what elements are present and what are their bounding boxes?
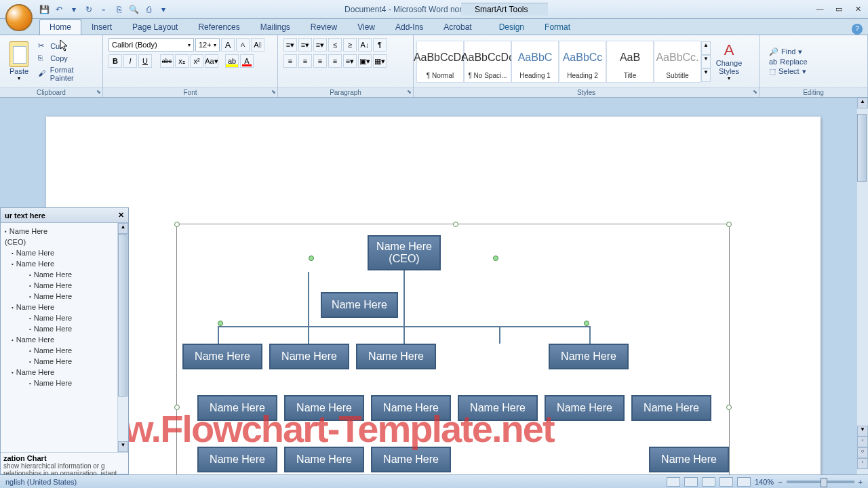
preview-icon[interactable]: 🔍	[127, 3, 140, 16]
styles-launcher-icon[interactable]: ⬊	[753, 89, 757, 95]
org-box-mgr[interactable]: Name Here	[356, 344, 436, 369]
cut-button[interactable]: ✂Cut	[38, 41, 98, 52]
qat-more-icon[interactable]: ▾	[157, 3, 170, 16]
office-button[interactable]	[5, 4, 33, 31]
highlight-button[interactable]: ab	[225, 54, 239, 68]
font-size-select[interactable]: 12+▾	[195, 38, 220, 52]
view-print-layout-icon[interactable]	[667, 477, 680, 487]
style-item[interactable]: AaBbCcDc¶ No Spaci...	[464, 41, 511, 83]
align-left-button[interactable]: ≡	[283, 54, 297, 68]
sort-button[interactable]: A↓	[358, 38, 372, 52]
superscript-button[interactable]: x²	[190, 54, 203, 68]
text-pane-line[interactable]: •Name Here	[2, 302, 127, 312]
style-item[interactable]: AaBbCc.Subtitle	[654, 41, 701, 83]
vscroll-up-icon[interactable]: ▲	[857, 98, 868, 108]
org-box-assistant[interactable]: Name Here	[321, 292, 398, 318]
styles-more-icon[interactable]: ▼	[701, 68, 711, 82]
increase-indent-button[interactable]: ≥	[343, 38, 357, 52]
font-name-select[interactable]: Calibri (Body)▾	[108, 38, 194, 52]
shrink-font-button[interactable]: A	[236, 38, 250, 52]
org-box-emp[interactable]: Name Here	[631, 395, 711, 421]
org-box-mgr[interactable]: Name Here	[269, 344, 349, 369]
text-pane-line[interactable]: ▪Name Here	[2, 226, 127, 237]
org-box-mgr[interactable]: Name Here	[182, 344, 262, 369]
grow-font-button[interactable]: A	[221, 38, 235, 52]
maximize-button[interactable]: ▭	[833, 5, 845, 14]
close-button[interactable]: ✕	[852, 5, 864, 14]
multilevel-button[interactable]: ≡▾	[313, 38, 327, 52]
view-web-icon[interactable]	[702, 477, 715, 487]
org-box-emp[interactable]: Name Here	[649, 447, 729, 472]
status-language[interactable]: nglish (United States)	[5, 478, 77, 486]
clipboard-launcher-icon[interactable]: ⬊	[96, 89, 101, 95]
tab-insert[interactable]: Insert	[81, 19, 122, 35]
numbering-button[interactable]: ≡▾	[298, 38, 312, 52]
change-styles-button[interactable]: A Change Styles ▾	[713, 39, 745, 84]
align-center-button[interactable]: ≡	[298, 54, 312, 68]
text-pane-scrollbar[interactable]: ▲ ▼	[117, 223, 128, 452]
replace-button[interactable]: abReplace	[769, 58, 808, 66]
new-icon[interactable]: ▫	[98, 3, 110, 16]
text-pane-line[interactable]: •Name Here	[2, 247, 127, 258]
change-case-button[interactable]: Aa▾	[205, 54, 218, 68]
text-pane-body[interactable]: ▪Name Here(CEO)•Name Here•Name Here•Name…	[1, 223, 128, 452]
line-spacing-button[interactable]: ≡▾	[343, 54, 357, 68]
text-pane-close-icon[interactable]: ✕	[118, 211, 124, 220]
save-icon[interactable]: 💾	[38, 3, 50, 16]
text-pane-line[interactable]: (CEO)	[2, 237, 127, 247]
style-item[interactable]: AaBTitle	[606, 41, 654, 83]
tab-design[interactable]: Design	[489, 19, 534, 35]
tab-review[interactable]: Review	[300, 19, 347, 35]
text-pane-line[interactable]: •Name Here	[2, 356, 127, 367]
tab-references[interactable]: References	[188, 19, 250, 35]
prev-page-icon[interactable]: ◦	[857, 436, 868, 447]
zoom-out-icon[interactable]: −	[778, 478, 782, 486]
vscroll-thumb[interactable]	[857, 114, 867, 182]
strikethrough-button[interactable]: abc	[160, 54, 174, 68]
justify-button[interactable]: ≡	[328, 54, 342, 68]
bold-button[interactable]: B	[108, 54, 122, 68]
scroll-thumb[interactable]	[118, 234, 127, 396]
vertical-scrollbar[interactable]: ▲ ▼ ◦ ○ ◦	[857, 98, 868, 474]
scroll-down-icon[interactable]: ▼	[118, 441, 128, 452]
view-draft-icon[interactable]	[737, 477, 751, 487]
next-page-icon[interactable]: ◦	[857, 458, 868, 469]
org-box-mgr[interactable]: Name Here	[549, 344, 629, 369]
style-item[interactable]: AaBbCcDc¶ Normal	[416, 41, 464, 83]
borders-button[interactable]: ▦▾	[373, 54, 387, 68]
tab-mailings[interactable]: Mailings	[250, 19, 300, 35]
font-color-button[interactable]: A	[240, 54, 254, 68]
redo-icon[interactable]: ↻	[83, 3, 95, 16]
style-item[interactable]: AaBbCcHeading 2	[559, 41, 606, 83]
tab-addins[interactable]: Add-Ins	[385, 19, 433, 35]
tab-view[interactable]: View	[347, 19, 385, 35]
paragraph-launcher-icon[interactable]: ⬊	[407, 89, 412, 95]
decrease-indent-button[interactable]: ≤	[328, 38, 342, 52]
text-pane-line[interactable]: •Name Here	[2, 334, 127, 345]
view-outline-icon[interactable]	[719, 477, 733, 487]
copy-button[interactable]: ⎘Copy	[38, 53, 98, 64]
zoom-in-icon[interactable]: +	[859, 478, 863, 486]
style-item[interactable]: AaBbCHeading 1	[511, 41, 559, 83]
tab-home[interactable]: Home	[39, 19, 81, 35]
text-pane-line[interactable]: •Name Here	[2, 378, 127, 388]
clear-format-button[interactable]: A⃠	[251, 38, 264, 52]
align-right-button[interactable]: ≡	[313, 54, 327, 68]
browse-object-icon[interactable]: ○	[857, 447, 868, 458]
subscript-button[interactable]: x₂	[175, 54, 189, 68]
minimize-button[interactable]: —	[814, 5, 826, 14]
open-icon[interactable]: ⎘	[113, 3, 125, 16]
help-icon[interactable]: ?	[852, 24, 863, 35]
show-marks-button[interactable]: ¶	[373, 38, 387, 52]
text-pane-line[interactable]: •Name Here	[2, 280, 127, 291]
format-painter-button[interactable]: 🖌Format Painter	[38, 65, 98, 83]
italic-button[interactable]: I	[123, 54, 137, 68]
org-box-emp[interactable]: Name Here	[545, 395, 625, 421]
select-button[interactable]: ⬚Select ▾	[769, 67, 808, 76]
underline-button[interactable]: U	[138, 54, 152, 68]
find-button[interactable]: 🔎Find ▾	[769, 47, 808, 56]
text-pane-line[interactable]: •Name Here	[2, 258, 127, 269]
zoom-slider[interactable]	[787, 481, 854, 483]
zoom-level[interactable]: 140%	[755, 478, 774, 486]
styles-gallery[interactable]: AaBbCcDc¶ NormalAaBbCcDc¶ No Spaci...AaB…	[416, 41, 701, 83]
